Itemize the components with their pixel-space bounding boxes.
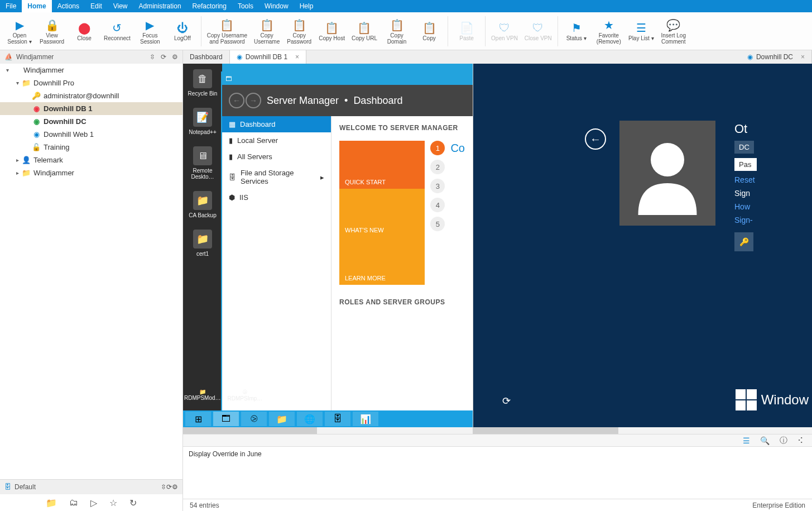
tree-downhill-pro[interactable]: ▾📁Downhill Pro [0,77,182,89]
tree-downhill-db-1[interactable]: ◉Downhill DB 1 [0,102,182,115]
login-link-reset[interactable]: Reset [734,175,757,184]
share-icon[interactable]: ⠪ [797,436,803,445]
tab-downhill-dc[interactable]: ◉Downhill DC× [741,50,812,64]
ribbon-view-password[interactable]: 🔒ViewPassword [36,17,68,46]
ribbon-copy[interactable]: 📋Copy [413,20,445,42]
zoom-icon[interactable]: 🔍 [760,436,770,445]
vault-label: Default [15,483,36,491]
sm-tile-quickstart[interactable]: QUICK START [339,141,425,189]
ribbon-copy-domain[interactable]: 📋CopyDomain [381,17,413,46]
tree-windjammer[interactable]: ▾Windjammer [0,64,182,77]
menu-view[interactable]: View [108,0,133,12]
login-back-icon[interactable]: ← [585,128,606,150]
sidebar-refresh-icon[interactable]: ⟳ [161,53,166,61]
ribbon-copy-username[interactable]: 📋CopyUsername [251,17,283,46]
ribbon-status-[interactable]: ⚑Status ▾ [560,20,593,42]
tb-powershell[interactable]: ⧁ [241,412,267,426]
tb-chrome[interactable]: 🌐 [297,412,323,426]
login-link-signopt[interactable]: Sign- [734,216,757,225]
play-icon[interactable]: ▷ [90,498,97,508]
tree-administrator-downhill[interactable]: 🔑administrator@downhill [0,89,182,102]
vault-selector[interactable]: 🗄 Default ⇳ ⟳ ⚙ [0,480,182,494]
ribbon-open-vpn: 🛡Open VPN [488,20,521,42]
ribbon-copy-password[interactable]: 📋CopyPassword [283,17,315,46]
sidebar-title: Windjammer [16,53,54,61]
desktop-ca-backup[interactable]: 📁CA Backup [184,191,221,218]
vault-settings-icon[interactable]: ⚙ [172,483,178,491]
ribbon-focus-session[interactable]: ▶FocusSession [134,17,166,46]
menu-actions[interactable]: Actions [52,0,85,12]
desktop-rdmpsimp-[interactable]: ⧁RDMPSImp… [228,389,263,402]
tb-start[interactable]: ⊞ [185,412,211,426]
sm-fwd-icon[interactable]: → [246,93,261,108]
sm-nav-iis[interactable]: ⬢IIS [222,189,331,206]
menu-administration[interactable]: Administration [133,0,187,12]
ribbon-insert-log-comment[interactable]: 💬Insert LogComment [657,17,690,46]
ease-of-access-icon[interactable]: ⟳ [502,395,511,407]
desktop-remote-deskto-[interactable]: 🖥Remote Deskto… [184,146,221,180]
ribbon-logoff[interactable]: ⏻LogOff [166,20,199,42]
sm-tile-whatsnew[interactable]: WHAT'S NEW [339,189,425,237]
login-link-how[interactable]: How [734,202,757,211]
tb-app1[interactable]: 🗄 [325,412,350,426]
desktop-cert-[interactable]: 📁cert1 [184,230,221,257]
tree-downhill-dc[interactable]: ◉Downhill DC [0,115,182,128]
tb-explorer[interactable]: 📁 [269,412,295,426]
close-icon[interactable]: × [295,53,299,61]
folder-icon[interactable]: 📁 [46,498,57,508]
remote-desktop[interactable]: 🗑Recycle Bin📝Notepad++🖥Remote Deskto…📁CA… [183,64,473,427]
sm-back-icon[interactable]: ← [229,93,244,108]
desktop-recycle-bin[interactable]: 🗑Recycle Bin [184,69,221,97]
login-password-field[interactable]: Pas [734,158,757,171]
tree-training[interactable]: 🔓Training [0,141,182,154]
sm-nav-all-servers[interactable]: ▮All Servers [222,149,331,165]
tb-servermgr[interactable]: 🗔 [213,412,239,426]
tree-windjammer[interactable]: ▸📁Windjammer [0,166,182,179]
stack-icon[interactable]: 🗂 [69,498,78,508]
login-key-tile[interactable]: 🔑 [734,232,753,251]
ribbon-copy-url[interactable]: 📋Copy URL [348,20,381,42]
login-link-sign[interactable]: Sign [734,189,757,198]
desktop-notepad-[interactable]: 📝Notepad++ [184,108,221,135]
menu-help[interactable]: Help [294,0,319,12]
ribbon-copy-username-and-password[interactable]: 📋Copy Usernameand Password [204,17,251,46]
menu-home[interactable]: Home [22,0,51,12]
sm-tile-learnmore[interactable]: LEARN MORE [339,237,425,285]
ribbon-play-list-[interactable]: ☰Play List ▾ [625,20,657,42]
login-domain-chip[interactable]: DC [734,141,754,154]
close-icon[interactable]: × [801,53,805,61]
tree-telemark[interactable]: ▸👤Telemark [0,154,182,166]
tree-downhill-web-1[interactable]: ◉Downhill Web 1 [0,128,182,141]
menu-tools[interactable]: Tools [232,0,259,12]
sm-nav-local-server[interactable]: ▮Local Server [222,132,331,149]
menu-edit[interactable]: Edit [85,0,108,12]
ribbon-favorite-remove-[interactable]: ★Favorite(Remove) [593,17,625,46]
ribbon-copy-host[interactable]: 📋Copy Host [315,20,348,42]
hscroll-sess2[interactable] [473,427,812,434]
ribbon-reconnect[interactable]: ↺Reconnect [100,20,134,42]
ribbon-open-session-[interactable]: ▶OpenSession ▾ [3,17,36,46]
vault-collapse-icon[interactable]: ⇳ [161,483,166,491]
desktop-rdmpsmod-[interactable]: 📁RDMPSMod… [184,389,221,402]
menu-refactoring[interactable]: Refactoring [187,0,232,12]
windows-login[interactable]: ← Ot DC Pas Reset Sign How Sign- 🔑 ⟳ [473,64,812,427]
nav-tree: ▾Windjammer▾📁Downhill Pro🔑administrator@… [0,64,182,479]
sm-nav-file-and-storage-services[interactable]: 🗄File and Storage Services▸ [222,165,331,189]
tb-app2[interactable]: 📊 [353,412,378,426]
sidebar-settings-icon[interactable]: ⚙ [172,53,178,61]
tab-dashboard[interactable]: Dashboard [183,50,230,64]
sm-step1-label[interactable]: Co [450,142,465,155]
history-icon[interactable]: ↻ [129,498,137,508]
session-downhill-db1: 🗑Recycle Bin📝Notepad++🖥Remote Deskto…📁CA… [183,64,473,434]
vault-refresh-icon[interactable]: ⟳ [166,483,172,491]
hscroll-sess1[interactable] [183,427,473,434]
sidebar-collapse-icon[interactable]: ⇳ [150,53,155,61]
ribbon-close[interactable]: ⬤Close [68,20,100,42]
info-icon[interactable]: ⓘ [780,436,787,446]
menu-window[interactable]: Window [259,0,294,12]
menu-file[interactable]: File [0,0,22,12]
sm-nav-dashboard[interactable]: ▦Dashboard [222,116,331,132]
star-icon[interactable]: ☆ [109,498,117,508]
tab-downhill-db-1[interactable]: ◉Downhill DB 1× [230,50,306,64]
list-icon[interactable]: ☰ [743,436,750,445]
